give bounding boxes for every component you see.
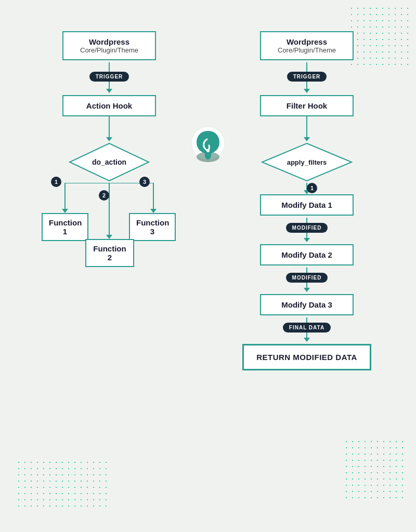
action-hook-box: Action Hook bbox=[62, 95, 156, 116]
decorative-dots-bl bbox=[16, 459, 109, 511]
num-circle-3: 3 bbox=[139, 177, 150, 187]
left-trigger-badge: TRIGGER bbox=[89, 72, 129, 82]
left-wordpress-box: Wordpress Core/Plugin/Theme bbox=[62, 31, 156, 60]
apply-filters-diamond-wrap: apply_filters bbox=[255, 141, 359, 183]
arrow-line bbox=[109, 82, 110, 89]
arrow-head bbox=[304, 338, 310, 342]
num2-badge: 2 bbox=[99, 190, 109, 201]
function3-box: Function 3 bbox=[129, 213, 176, 241]
arrow-line bbox=[306, 233, 307, 238]
final-data-badge: FINAL DATA bbox=[283, 323, 331, 332]
arrow-line bbox=[306, 283, 307, 288]
arrow-line bbox=[109, 116, 110, 137]
modified-badge-1: MODIFIED bbox=[286, 223, 328, 233]
modified-badge-2: MODIFIED bbox=[286, 273, 328, 283]
function1-label: Function 1 bbox=[49, 218, 81, 236]
return-modified-data-label: RETURN MODIFIED DATA bbox=[256, 353, 357, 362]
apply-filters-label: apply_filters bbox=[287, 158, 327, 166]
num1-badge: 1 bbox=[51, 177, 61, 187]
modify-data-2-label: Modify Data 2 bbox=[271, 250, 342, 259]
action-hook-label: Action Hook bbox=[74, 101, 145, 110]
num3-badge: 3 bbox=[139, 177, 150, 187]
left-column: Wordpress Core/Plugin/Theme TRIGGER Acti… bbox=[31, 31, 187, 370]
function2-label: Function 2 bbox=[93, 244, 127, 262]
left-wordpress-title: Wordpress bbox=[74, 37, 145, 46]
modify-data-3-label: Modify Data 3 bbox=[271, 300, 342, 309]
filter-hook-label: Filter Hook bbox=[271, 101, 342, 110]
modify-data-3-box: Modify Data 3 bbox=[260, 294, 354, 315]
return-modified-data-box: RETURN MODIFIED DATA bbox=[242, 344, 371, 370]
branch-area: 1 3 2 Function 1 bbox=[42, 183, 177, 276]
arrow-head bbox=[106, 137, 112, 141]
left-wordpress-subtitle: Core/Plugin/Theme bbox=[74, 46, 145, 54]
svg-marker-9 bbox=[150, 209, 157, 213]
num-circle-2: 2 bbox=[99, 190, 109, 201]
branch-section: 1 3 2 Function 1 bbox=[31, 183, 187, 276]
function2-box: Function 2 bbox=[85, 239, 134, 267]
arrow-head bbox=[106, 89, 112, 93]
modify-data-1-box: Modify Data 1 bbox=[260, 194, 354, 216]
arrow-head bbox=[304, 137, 310, 141]
decorative-dots-br bbox=[343, 438, 406, 501]
right-wordpress-box: Wordpress Core/Plugin/Theme bbox=[260, 31, 354, 60]
arrow-line bbox=[306, 317, 307, 323]
svg-marker-12 bbox=[106, 235, 112, 239]
right-wordpress-title: Wordpress bbox=[271, 37, 342, 46]
arrow-line bbox=[306, 268, 307, 273]
modify-data-1-label: Modify Data 1 bbox=[271, 201, 342, 209]
right-num-circle-1: 1 bbox=[307, 183, 317, 193]
modify-data-2-box: Modify Data 2 bbox=[260, 244, 354, 265]
arrow-line bbox=[306, 62, 307, 72]
diagram-container: Wordpress Core/Plugin/Theme TRIGGER Acti… bbox=[0, 0, 416, 391]
arrow-line bbox=[306, 82, 307, 89]
arrow-head bbox=[304, 238, 310, 242]
arrow-head bbox=[304, 89, 310, 93]
do-action-label: do_action bbox=[92, 158, 126, 166]
filter-hook-box: Filter Hook bbox=[260, 95, 354, 116]
arrow-line bbox=[306, 116, 307, 137]
num-circle-1: 1 bbox=[51, 177, 61, 187]
svg-marker-6 bbox=[62, 209, 68, 213]
function1-box: Function 1 bbox=[42, 213, 88, 241]
logo-icon bbox=[187, 125, 229, 168]
svg-point-2 bbox=[206, 149, 210, 152]
right-num1-badge: 1 bbox=[307, 183, 317, 193]
right-trigger-badge: TRIGGER bbox=[287, 72, 327, 82]
arrow-head bbox=[304, 288, 310, 292]
arrow-line bbox=[109, 62, 110, 72]
right-wordpress-subtitle: Core/Plugin/Theme bbox=[271, 46, 342, 54]
right-column: Wordpress Core/Plugin/Theme TRIGGER Filt… bbox=[229, 31, 385, 370]
arrow-line bbox=[306, 332, 307, 338]
function3-label: Function 3 bbox=[136, 218, 168, 236]
arrow-line bbox=[306, 218, 307, 223]
